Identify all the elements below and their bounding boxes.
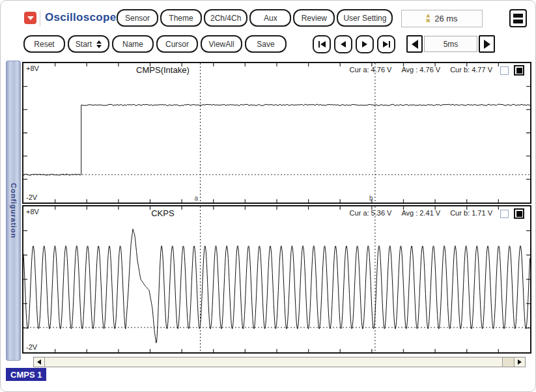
horizontal-scrollbar[interactable] — [33, 357, 526, 367]
cursor-b-glyph: B — [426, 19, 430, 23]
timebase-increase-button[interactable] — [479, 35, 495, 53]
app-dropdown-icon[interactable] — [24, 12, 36, 24]
scrollbar-thumb[interactable] — [45, 357, 503, 367]
top-toolbar: Oscilloscope Sensor Theme 2Ch/4Ch Aux Re… — [1, 9, 536, 29]
sidebar-configuration-tab[interactable]: Configuration — [6, 61, 21, 361]
cursor-button[interactable]: Cursor — [156, 35, 198, 53]
avg-readout: Avg : 2.41 V — [401, 209, 440, 217]
step-forward-button[interactable] — [356, 35, 374, 53]
spinner-up-icon — [96, 40, 102, 44]
viewall-button[interactable]: ViewAll — [201, 35, 242, 53]
channel-2-checkbox-unchecked[interactable] — [500, 210, 509, 218]
control-toolbar: Reset Start Name Cursor ViewAll Save — [1, 35, 536, 55]
skip-to-last-button[interactable] — [377, 35, 395, 53]
y-min-label: -2V — [26, 343, 37, 351]
channel-1-readouts: Cur a: 4.76 V Avg : 4.76 V Cur b: 4.77 V — [350, 66, 492, 74]
avg-readout: Avg : 4.76 V — [401, 66, 440, 74]
waveform-svg-channel-2 — [23, 206, 530, 352]
scope-display-area: +8V CMPS(Intake) Cur a: 4.76 V Avg : 4.7… — [22, 62, 531, 354]
y-min-label: -2V — [26, 193, 37, 201]
top-button-group: Sensor Theme 2Ch/4Ch Aux Review User Set… — [117, 9, 393, 27]
scrollbar-track[interactable] — [503, 357, 514, 367]
down-arrow-icon — [27, 16, 34, 20]
waveform-svg-channel-1 — [23, 63, 530, 203]
skip-to-first-button[interactable] — [313, 35, 331, 53]
left-triangle-icon — [412, 40, 418, 49]
toolbar-divider — [40, 10, 40, 26]
sensor-button[interactable]: Sensor — [117, 9, 158, 27]
right-triangle-icon — [362, 41, 367, 48]
channel-1-checkbox-checked[interactable] — [514, 65, 524, 76]
cursor-b-readout: Cur b: 4.77 V — [450, 66, 492, 74]
checkbox-fill — [516, 211, 522, 217]
left-triangle-icon — [37, 359, 41, 365]
bar-icon — [389, 41, 390, 48]
channel-2-checkbox-checked[interactable] — [514, 208, 524, 219]
y-max-label: +8V — [26, 64, 39, 72]
oscilloscope-window: Oscilloscope Sensor Theme 2Ch/4Ch Aux Re… — [0, 0, 536, 392]
cursor-a-readout: Cur a: 4.76 V — [350, 66, 392, 74]
channel-1-checkbox-unchecked[interactable] — [500, 66, 509, 75]
timebase-value-field[interactable]: 5ms — [424, 36, 477, 52]
channel-tag-badge[interactable]: CMPS 1 — [6, 368, 46, 381]
page-title: Oscilloscope — [45, 11, 116, 24]
right-triangle-icon — [383, 41, 388, 48]
name-button[interactable]: Name — [112, 35, 154, 53]
channel-1-title: CMPS(Intake) — [136, 65, 190, 75]
channel-2-panel: +8V CKPS Cur a: 5.36 V Avg : 2.41 V Cur … — [22, 205, 531, 354]
left-triangle-icon — [341, 41, 346, 48]
theme-button[interactable]: Theme — [160, 9, 202, 27]
review-button[interactable]: Review — [293, 9, 335, 27]
step-back-button[interactable] — [334, 35, 352, 53]
channel-1-panel: +8V CMPS(Intake) Cur a: 4.76 V Avg : 4.7… — [22, 62, 531, 204]
timebase-decrease-button[interactable] — [406, 35, 423, 53]
window-menu-icon[interactable] — [509, 9, 527, 27]
start-button[interactable]: Start — [68, 35, 109, 53]
spinner-icon[interactable] — [96, 40, 102, 48]
channel-mode-button[interactable]: 2Ch/4Ch — [204, 9, 247, 27]
spinner-down-icon — [96, 45, 102, 48]
user-setting-button[interactable]: User Setting — [337, 9, 393, 27]
menu-bar-icon — [513, 14, 523, 18]
y-max-label: +8V — [26, 208, 39, 216]
channel-2-readouts: Cur a: 5.36 V Avg : 2.41 V Cur b: 1.71 V — [350, 209, 492, 217]
cursor-a-readout: Cur a: 5.36 V — [350, 209, 392, 217]
cursor-b-tag[interactable]: b — [369, 195, 373, 202]
start-button-label: Start — [76, 40, 92, 49]
checkbox-fill — [516, 68, 522, 74]
save-button[interactable]: Save — [245, 35, 287, 53]
timebase-selector: 5ms — [406, 35, 495, 53]
channel-2-title: CKPS — [151, 208, 174, 218]
left-triangle-icon — [320, 41, 326, 48]
control-button-group: Reset Start Name Cursor ViewAll Save — [23, 35, 287, 53]
ab-time-value: 26 ms — [434, 14, 457, 23]
scroll-right-button[interactable] — [514, 357, 525, 367]
reset-button[interactable]: Reset — [23, 35, 65, 53]
right-triangle-icon — [518, 359, 522, 365]
cursor-a-tag[interactable]: a — [195, 195, 199, 202]
sidebar-label: Configuration — [10, 183, 18, 238]
scroll-left-button[interactable] — [34, 357, 45, 367]
aux-button[interactable]: Aux — [249, 9, 291, 27]
playback-controls — [313, 35, 395, 53]
menu-bar-icon — [513, 20, 523, 23]
ab-cursors-icon: A B — [426, 14, 430, 23]
bar-icon — [318, 41, 320, 48]
cursor-b-readout: Cur b: 1.71 V — [450, 209, 492, 217]
right-triangle-icon — [484, 40, 490, 49]
ab-cursor-time-display[interactable]: A B 26 ms — [401, 10, 483, 27]
